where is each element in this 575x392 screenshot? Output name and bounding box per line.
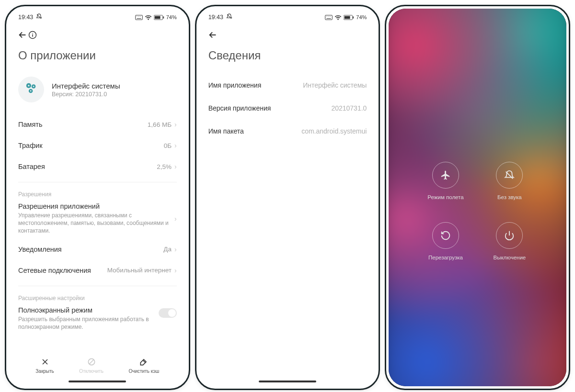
battery-value: 2,5% bbox=[157, 163, 172, 170]
status-time: 19:43 bbox=[208, 14, 223, 21]
section-permissions: Разрешения bbox=[9, 187, 186, 199]
divider bbox=[18, 182, 177, 182]
action-clear-label: Очистить кэш bbox=[128, 369, 159, 374]
chevron-right-icon: › bbox=[174, 267, 177, 274]
battery-label: Батарея bbox=[18, 163, 157, 170]
power-label: Режим полета bbox=[427, 194, 463, 200]
action-close[interactable]: Закрыть bbox=[35, 357, 54, 374]
nav-bar[interactable] bbox=[69, 381, 126, 382]
mute-icon bbox=[226, 13, 232, 21]
wifi-icon bbox=[334, 15, 342, 20]
action-disable-label: Отключить bbox=[79, 369, 104, 374]
back-button[interactable] bbox=[207, 30, 218, 42]
battery-icon bbox=[344, 15, 354, 20]
status-bar: 19:43 74% bbox=[199, 9, 377, 23]
fullscreen-title: Полноэкранный режим bbox=[18, 306, 159, 314]
section-advanced: Расширенные настройки bbox=[9, 291, 186, 302]
battery-percent: 74% bbox=[166, 14, 177, 20]
row-notifications[interactable]: Уведомления Да › bbox=[9, 239, 186, 260]
power-icon bbox=[496, 222, 523, 249]
page-title: Сведения bbox=[199, 46, 377, 74]
fullscreen-toggle[interactable] bbox=[159, 308, 177, 318]
mute-icon bbox=[36, 13, 42, 21]
power-off[interactable]: Выключение bbox=[486, 222, 533, 260]
back-button[interactable] bbox=[17, 30, 28, 42]
svg-rect-14 bbox=[345, 16, 350, 19]
battery-icon bbox=[154, 15, 164, 20]
info-key: Имя пакета bbox=[208, 127, 302, 135]
reboot-icon bbox=[432, 222, 459, 249]
traffic-value: 0Б bbox=[164, 142, 172, 149]
info-key: Версия приложения bbox=[208, 104, 332, 112]
nav-bar[interactable] bbox=[259, 381, 316, 382]
info-package: Имя пакета com.android.systemui bbox=[199, 120, 377, 143]
info-value: Интерфейс системы bbox=[303, 81, 367, 89]
power-silent[interactable]: Без звука bbox=[486, 162, 533, 200]
app-permissions-title: Разрешения приложений bbox=[18, 202, 174, 210]
chevron-right-icon: › bbox=[174, 142, 177, 149]
airplane-icon bbox=[432, 162, 459, 189]
row-app-permissions[interactable]: Разрешения приложений Управление разреше… bbox=[9, 199, 186, 239]
row-network[interactable]: Сетевые подключения Мобильный интернет › bbox=[9, 260, 186, 281]
chevron-right-icon: › bbox=[174, 246, 177, 253]
info-button[interactable] bbox=[28, 30, 37, 42]
row-fullscreen[interactable]: Полноэкранный режим Разрешить выбранным … bbox=[9, 302, 186, 335]
info-value: com.android.systemui bbox=[301, 127, 367, 135]
chevron-right-icon: › bbox=[174, 215, 177, 223]
power-reboot[interactable]: Перезагрузка bbox=[422, 222, 469, 260]
action-clear-cache[interactable]: Очистить кэш bbox=[128, 357, 159, 374]
phone-power-menu: Режим полета Без звука Перезагрузка Выкл… bbox=[385, 5, 570, 390]
info-app-name: Имя приложения Интерфейс системы bbox=[199, 74, 377, 97]
bell-off-icon bbox=[496, 162, 523, 189]
phone-app-info: 19:43 74% О приложении bbox=[5, 5, 190, 390]
row-memory[interactable]: Память 1,66 МБ › bbox=[9, 114, 186, 135]
power-label: Перезагрузка bbox=[428, 255, 463, 260]
svg-rect-15 bbox=[353, 16, 354, 18]
divider bbox=[18, 286, 177, 286]
status-time: 19:43 bbox=[18, 14, 33, 21]
notifications-label: Уведомления bbox=[18, 246, 163, 253]
memory-label: Память bbox=[18, 121, 148, 128]
status-bar: 19:43 74% bbox=[9, 9, 186, 23]
svg-point-8 bbox=[28, 85, 29, 86]
battery-percent: 74% bbox=[356, 14, 367, 20]
power-menu: Режим полета Без звука Перезагрузка Выкл… bbox=[389, 162, 566, 260]
svg-rect-2 bbox=[154, 16, 160, 19]
svg-rect-0 bbox=[135, 15, 142, 19]
svg-point-9 bbox=[33, 86, 34, 87]
page-title: О приложении bbox=[9, 46, 186, 74]
svg-rect-12 bbox=[325, 15, 333, 19]
fullscreen-sub: Разрешить выбранным приложениям работать… bbox=[18, 315, 159, 331]
traffic-label: Трафик bbox=[18, 142, 164, 149]
memory-value: 1,66 МБ bbox=[148, 121, 172, 128]
app-header: Интерфейс системы Версия: 20210731.0 bbox=[9, 74, 186, 114]
keyboard-icon bbox=[325, 15, 333, 20]
network-value: Мобильный интернет bbox=[107, 267, 172, 274]
app-name: Интерфейс системы bbox=[52, 82, 120, 90]
power-airplane[interactable]: Режим полета bbox=[422, 162, 469, 200]
info-app-version: Версия приложения 20210731.0 bbox=[199, 97, 377, 120]
chevron-right-icon: › bbox=[174, 121, 177, 128]
power-label: Выключение bbox=[493, 255, 526, 260]
network-label: Сетевые подключения bbox=[18, 267, 107, 274]
info-value: 20210731.0 bbox=[331, 104, 367, 112]
notifications-value: Да bbox=[163, 246, 172, 253]
action-disable: Отключить bbox=[79, 357, 104, 374]
app-icon bbox=[18, 77, 44, 102]
app-permissions-sub: Управление разрешениями, связанными с ме… bbox=[18, 212, 174, 235]
svg-point-10 bbox=[30, 90, 32, 92]
power-label: Без звука bbox=[497, 194, 522, 200]
phone-details: 19:43 74% Сведения Имя приложения Интерф… bbox=[195, 5, 380, 390]
row-traffic[interactable]: Трафик 0Б › bbox=[9, 135, 186, 156]
wifi-icon bbox=[145, 15, 152, 20]
gear-icon bbox=[23, 80, 39, 99]
keyboard-icon bbox=[135, 15, 143, 20]
info-key: Имя приложения bbox=[208, 81, 303, 89]
row-battery[interactable]: Батарея 2,5% › bbox=[9, 156, 186, 177]
app-version: Версия: 20210731.0 bbox=[52, 91, 120, 98]
action-close-label: Закрыть bbox=[35, 369, 54, 374]
chevron-right-icon: › bbox=[174, 163, 177, 170]
svg-rect-3 bbox=[163, 16, 164, 18]
